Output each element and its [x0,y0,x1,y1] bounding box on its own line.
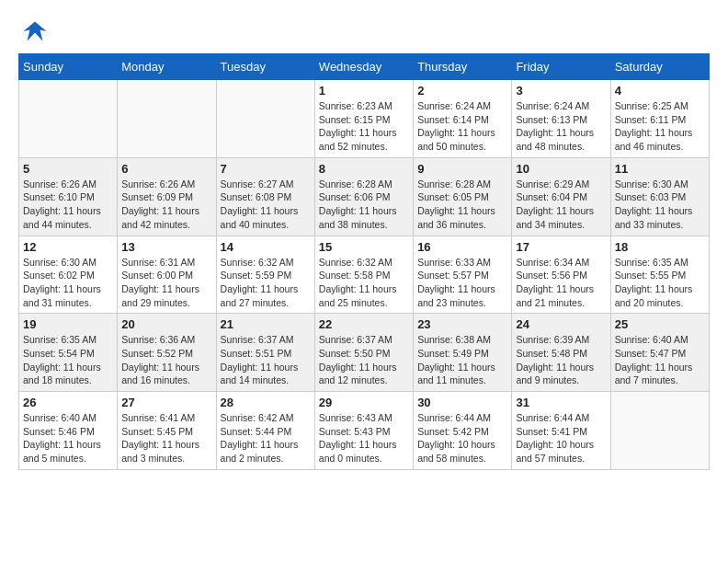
calendar-day-cell: 24Sunrise: 6:39 AMSunset: 5:48 PMDayligh… [512,314,610,392]
calendar-day-cell: 17Sunrise: 6:34 AMSunset: 5:56 PMDayligh… [512,236,610,314]
logo-icon [22,18,48,44]
calendar-header-sunday: Sunday [19,54,118,80]
day-info: Sunrise: 6:29 AMSunset: 6:04 PMDaylight:… [516,178,606,232]
calendar-header-row: SundayMondayTuesdayWednesdayThursdayFrid… [19,54,710,80]
day-info: Sunrise: 6:24 AMSunset: 6:13 PMDaylight:… [516,99,606,154]
calendar-day-cell: 26Sunrise: 6:40 AMSunset: 5:46 PMDayligh… [19,392,118,470]
day-number: 9 [417,162,507,176]
day-number: 8 [319,162,409,176]
day-info: Sunrise: 6:30 AMSunset: 6:03 PMDaylight:… [615,178,705,232]
calendar-header-tuesday: Tuesday [216,54,314,80]
calendar-day-cell: 29Sunrise: 6:43 AMSunset: 5:43 PMDayligh… [314,392,413,470]
calendar-day-cell: 27Sunrise: 6:41 AMSunset: 5:45 PMDayligh… [118,392,216,470]
calendar-day-cell [19,80,118,158]
day-number: 31 [516,396,606,409]
calendar-day-cell: 10Sunrise: 6:29 AMSunset: 6:04 PMDayligh… [512,157,610,236]
day-info: Sunrise: 6:24 AMSunset: 6:14 PMDaylight:… [417,99,507,154]
calendar-day-cell: 16Sunrise: 6:33 AMSunset: 5:57 PMDayligh… [414,236,512,314]
calendar-table: SundayMondayTuesdayWednesdayThursdayFrid… [18,53,710,470]
calendar-header-monday: Monday [118,54,216,80]
day-info: Sunrise: 6:26 AMSunset: 6:10 PMDaylight:… [23,178,113,232]
day-info: Sunrise: 6:34 AMSunset: 5:56 PMDaylight:… [516,256,606,310]
calendar-day-cell: 13Sunrise: 6:31 AMSunset: 6:00 PMDayligh… [118,236,216,314]
day-number: 6 [121,162,211,176]
calendar-day-cell: 18Sunrise: 6:35 AMSunset: 5:55 PMDayligh… [610,236,709,314]
calendar-day-cell: 31Sunrise: 6:44 AMSunset: 5:41 PMDayligh… [512,392,610,470]
day-number: 1 [319,84,409,98]
calendar-header-thursday: Thursday [414,54,512,80]
day-info: Sunrise: 6:32 AMSunset: 5:59 PMDaylight:… [221,256,311,310]
calendar-day-cell: 9Sunrise: 6:28 AMSunset: 6:05 PMDaylight… [414,157,512,236]
calendar-day-cell: 4Sunrise: 6:25 AMSunset: 6:11 PMDaylight… [610,80,709,158]
day-number: 27 [121,396,211,409]
calendar-week-row: 12Sunrise: 6:30 AMSunset: 6:02 PMDayligh… [19,236,710,314]
page-header [18,18,710,44]
calendar-day-cell: 28Sunrise: 6:42 AMSunset: 5:44 PMDayligh… [216,392,314,470]
calendar-day-cell: 21Sunrise: 6:37 AMSunset: 5:51 PMDayligh… [216,314,314,392]
day-info: Sunrise: 6:44 AMSunset: 5:42 PMDaylight:… [417,411,507,465]
calendar-day-cell: 20Sunrise: 6:36 AMSunset: 5:52 PMDayligh… [118,314,216,392]
calendar-day-cell [216,80,314,158]
calendar-day-cell: 22Sunrise: 6:37 AMSunset: 5:50 PMDayligh… [314,314,413,392]
calendar-day-cell: 30Sunrise: 6:44 AMSunset: 5:42 PMDayligh… [414,392,512,470]
day-number: 25 [615,317,705,331]
day-info: Sunrise: 6:27 AMSunset: 6:08 PMDaylight:… [221,178,311,232]
day-number: 13 [121,240,211,254]
day-info: Sunrise: 6:28 AMSunset: 6:06 PMDaylight:… [319,178,409,232]
calendar-day-cell: 2Sunrise: 6:24 AMSunset: 6:14 PMDaylight… [414,80,512,158]
day-number: 23 [417,317,507,331]
calendar-day-cell: 12Sunrise: 6:30 AMSunset: 6:02 PMDayligh… [19,236,118,314]
day-number: 22 [319,317,409,331]
calendar-header-friday: Friday [512,54,610,80]
day-number: 7 [221,162,311,176]
day-number: 24 [516,317,606,331]
day-number: 12 [23,240,113,254]
calendar-day-cell: 7Sunrise: 6:27 AMSunset: 6:08 PMDaylight… [216,157,314,236]
calendar-week-row: 1Sunrise: 6:23 AMSunset: 6:15 PMDaylight… [19,80,710,158]
day-info: Sunrise: 6:40 AMSunset: 5:46 PMDaylight:… [23,411,113,465]
day-number: 21 [221,317,311,331]
calendar-day-cell: 11Sunrise: 6:30 AMSunset: 6:03 PMDayligh… [610,157,709,236]
day-number: 30 [417,396,507,409]
calendar-week-row: 26Sunrise: 6:40 AMSunset: 5:46 PMDayligh… [19,392,710,470]
calendar-day-cell: 8Sunrise: 6:28 AMSunset: 6:06 PMDaylight… [314,157,413,236]
day-info: Sunrise: 6:26 AMSunset: 6:09 PMDaylight:… [121,178,211,232]
day-number: 3 [516,84,606,98]
day-info: Sunrise: 6:41 AMSunset: 5:45 PMDaylight:… [121,411,211,465]
day-number: 20 [121,317,211,331]
day-number: 14 [221,240,311,254]
calendar-header-saturday: Saturday [610,54,709,80]
day-info: Sunrise: 6:28 AMSunset: 6:05 PMDaylight:… [417,178,507,232]
day-number: 28 [221,396,311,409]
calendar-day-cell: 5Sunrise: 6:26 AMSunset: 6:10 PMDaylight… [19,157,118,236]
day-number: 2 [417,84,507,98]
day-number: 10 [516,162,606,176]
calendar-day-cell [118,80,216,158]
day-info: Sunrise: 6:35 AMSunset: 5:54 PMDaylight:… [23,333,113,387]
calendar-day-cell: 23Sunrise: 6:38 AMSunset: 5:49 PMDayligh… [414,314,512,392]
day-info: Sunrise: 6:39 AMSunset: 5:48 PMDaylight:… [516,333,606,387]
day-number: 11 [615,162,705,176]
calendar-week-row: 19Sunrise: 6:35 AMSunset: 5:54 PMDayligh… [19,314,710,392]
day-number: 26 [23,396,113,409]
day-number: 19 [23,317,113,331]
day-info: Sunrise: 6:31 AMSunset: 6:00 PMDaylight:… [121,256,211,310]
day-info: Sunrise: 6:37 AMSunset: 5:51 PMDaylight:… [221,333,311,387]
day-number: 18 [615,240,705,254]
calendar-header-wednesday: Wednesday [314,54,413,80]
day-number: 5 [23,162,113,176]
calendar-week-row: 5Sunrise: 6:26 AMSunset: 6:10 PMDaylight… [19,157,710,236]
day-info: Sunrise: 6:40 AMSunset: 5:47 PMDaylight:… [615,333,705,387]
day-info: Sunrise: 6:30 AMSunset: 6:02 PMDaylight:… [23,256,113,310]
day-info: Sunrise: 6:33 AMSunset: 5:57 PMDaylight:… [417,256,507,310]
day-number: 4 [615,84,705,98]
day-info: Sunrise: 6:42 AMSunset: 5:44 PMDaylight:… [221,411,311,465]
calendar-day-cell: 25Sunrise: 6:40 AMSunset: 5:47 PMDayligh… [610,314,709,392]
calendar-day-cell: 3Sunrise: 6:24 AMSunset: 6:13 PMDaylight… [512,80,610,158]
day-info: Sunrise: 6:35 AMSunset: 5:55 PMDaylight:… [615,256,705,310]
calendar-day-cell: 15Sunrise: 6:32 AMSunset: 5:58 PMDayligh… [314,236,413,314]
day-info: Sunrise: 6:44 AMSunset: 5:41 PMDaylight:… [516,411,606,465]
day-info: Sunrise: 6:37 AMSunset: 5:50 PMDaylight:… [319,333,409,387]
day-number: 16 [417,240,507,254]
calendar-day-cell: 14Sunrise: 6:32 AMSunset: 5:59 PMDayligh… [216,236,314,314]
